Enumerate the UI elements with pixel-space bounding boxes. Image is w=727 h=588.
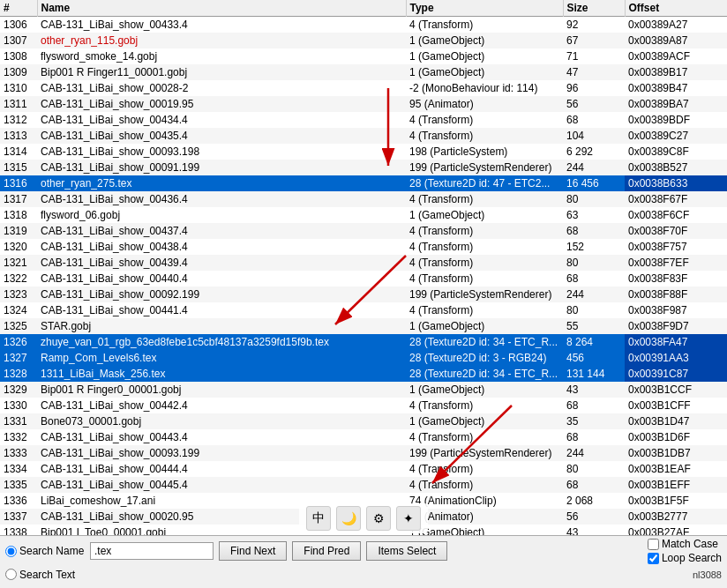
bottom-row-1: Search Name Find Next Find Pred Items Se… bbox=[5, 540, 722, 562]
table-row[interactable]: 1327Ramp_Com_Levels6.tex28 (Texture2D id… bbox=[0, 350, 727, 366]
cell-offset: 0x0038F6CF bbox=[625, 207, 727, 223]
cell-offset: 0x0038F70F bbox=[625, 223, 727, 239]
table-row[interactable]: 1330CAB-131_LiBai_show_00442.44 (Transfo… bbox=[0, 398, 727, 413]
search-input[interactable] bbox=[90, 542, 214, 560]
find-pred-button[interactable]: Find Pred bbox=[292, 541, 361, 561]
cell-name: CAB-131_LiBai_show_00439.4 bbox=[37, 255, 406, 271]
toolbar-btn-gear[interactable]: ⚙ bbox=[366, 506, 391, 531]
cell-size: 244 bbox=[563, 287, 625, 302]
table-row[interactable]: 1320CAB-131_LiBai_show_00438.44 (Transfo… bbox=[0, 239, 727, 255]
search-name-radio-label[interactable]: Search Name bbox=[5, 545, 85, 557]
cell-type: 28 (Texture2D id: 3 - RGB24) bbox=[406, 350, 563, 366]
table-row[interactable]: 1329Bip001 R Finger0_00001.gobj1 (GameOb… bbox=[0, 382, 727, 398]
cell-size: 152 bbox=[563, 239, 625, 255]
search-name-radio[interactable] bbox=[5, 546, 17, 557]
cell-type: 1 (GameObject) bbox=[406, 207, 563, 223]
cell-size: 47 bbox=[563, 64, 625, 80]
items-select-button[interactable]: Items Select bbox=[366, 541, 447, 561]
cell-offset: 0x00389B17 bbox=[625, 64, 727, 80]
toolbar-btn-moon[interactable]: 🌙 bbox=[336, 506, 361, 531]
cell-name: other_ryan_115.gobj bbox=[37, 33, 406, 48]
search-text-radio[interactable] bbox=[5, 569, 17, 580]
table-row[interactable]: 1313CAB-131_LiBai_show_00435.44 (Transfo… bbox=[0, 128, 727, 144]
cell-type: 74 (AnimationClip) bbox=[406, 493, 563, 509]
toolbar-btn-star[interactable]: ✦ bbox=[396, 506, 421, 531]
cell-type: 1 (GameObject) bbox=[406, 64, 563, 80]
loop-search-label[interactable]: Loop Search bbox=[648, 552, 722, 564]
table-row[interactable]: 1307other_ryan_115.gobj1 (GameObject)670… bbox=[0, 33, 727, 48]
cell-name: CAB-131_LiBai_show_00019.95 bbox=[37, 96, 406, 112]
cell-name: zhuye_van_01_rgb_63ed8febe1c5cbf48137a32… bbox=[37, 334, 406, 350]
toolbar-btn-chinese[interactable]: 中 bbox=[306, 506, 331, 531]
table-row[interactable]: 1312CAB-131_LiBai_show_00434.44 (Transfo… bbox=[0, 112, 727, 128]
match-case-label[interactable]: Match Case bbox=[648, 538, 718, 550]
table-row[interactable]: 1315CAB-131_LiBai_show_00091.199199 (Par… bbox=[0, 160, 727, 175]
cell-type: 4 (Transform) bbox=[406, 239, 563, 255]
cell-type: 199 (ParticleSystemRenderer) bbox=[406, 445, 563, 461]
cell-type: 28 (Texture2D id: 47 - ETC2... bbox=[406, 175, 563, 191]
match-case-text: Match Case bbox=[662, 538, 718, 550]
cell-name: flysword_smoke_14.gobj bbox=[37, 48, 406, 64]
data-table: # Name Type Size Offset 1306CAB-131_LiBa… bbox=[0, 0, 727, 535]
cell-size: 43 bbox=[563, 382, 625, 398]
cell-offset: 0x0038F9D7 bbox=[625, 318, 727, 334]
cell-offset: 0x003B1EAF bbox=[625, 461, 727, 477]
cell-offset: 0x003B1D6F bbox=[625, 429, 727, 445]
table-row[interactable]: 1317CAB-131_LiBai_show_00436.44 (Transfo… bbox=[0, 191, 727, 207]
cell-size: 131 144 bbox=[563, 366, 625, 382]
cell-name: CAB-131_LiBai_show_00445.4 bbox=[37, 477, 406, 493]
cell-name: CAB-131_LiBai_show_00091.199 bbox=[37, 160, 406, 175]
col-header-type[interactable]: Type bbox=[406, 0, 563, 17]
loop-search-checkbox[interactable] bbox=[648, 553, 659, 564]
cell-size: 63 bbox=[563, 207, 625, 223]
cell-size: 68 bbox=[563, 398, 625, 413]
cell-size: 56 bbox=[563, 509, 625, 525]
cell-num: 1328 bbox=[0, 366, 37, 382]
table-wrapper[interactable]: # Name Type Size Offset 1306CAB-131_LiBa… bbox=[0, 0, 727, 535]
cell-type: 1 (GameObject) bbox=[406, 318, 563, 334]
table-row[interactable]: 1319CAB-131_LiBai_show_00437.44 (Transfo… bbox=[0, 223, 727, 239]
cell-size: 68 bbox=[563, 112, 625, 128]
table-row[interactable]: 1309Bip001 R Finger11_00001.gobj1 (GameO… bbox=[0, 64, 727, 80]
table-row[interactable]: 1325STAR.gobj1 (GameObject)550x0038F9D7 bbox=[0, 318, 727, 334]
col-header-size[interactable]: Size bbox=[563, 0, 625, 17]
table-row[interactable]: 1314CAB-131_LiBai_show_00093.198198 (Par… bbox=[0, 144, 727, 160]
bottom-row-2: Search Text nl3088 bbox=[5, 564, 722, 584]
cell-num: 1308 bbox=[0, 48, 37, 64]
table-row[interactable]: 1316other_ryan_275.tex28 (Texture2D id: … bbox=[0, 175, 727, 191]
cell-name: CAB-131_LiBai_show_00028-2 bbox=[37, 80, 406, 96]
table-row[interactable]: 1332CAB-131_LiBai_show_00443.44 (Transfo… bbox=[0, 429, 727, 445]
table-row[interactable]: 1311CAB-131_LiBai_show_00019.9595 (Anima… bbox=[0, 96, 727, 112]
table-row[interactable]: 1318flysword_06.gobj1 (GameObject)630x00… bbox=[0, 207, 727, 223]
cell-offset: 0x00389A27 bbox=[625, 17, 727, 33]
cell-size: 6 292 bbox=[563, 144, 625, 160]
table-row[interactable]: 1321CAB-131_LiBai_show_00439.44 (Transfo… bbox=[0, 255, 727, 271]
table-row[interactable]: 1326zhuye_van_01_rgb_63ed8febe1c5cbf4813… bbox=[0, 334, 727, 350]
table-row[interactable]: 1308flysword_smoke_14.gobj1 (GameObject)… bbox=[0, 48, 727, 64]
cell-offset: 0x00389B47 bbox=[625, 80, 727, 96]
table-row[interactable]: 13281311_LiBai_Mask_256.tex28 (Texture2D… bbox=[0, 366, 727, 382]
col-header-name[interactable]: Name bbox=[37, 0, 406, 17]
table-row[interactable]: 1306CAB-131_LiBai_show_00433.44 (Transfo… bbox=[0, 17, 727, 33]
cell-size: 80 bbox=[563, 302, 625, 318]
table-row[interactable]: 1310CAB-131_LiBai_show_00028-2-2 (MonoBe… bbox=[0, 80, 727, 96]
cell-name: CAB-131_LiBai_show_00093.199 bbox=[37, 445, 406, 461]
table-row[interactable]: 1322CAB-131_LiBai_show_00440.44 (Transfo… bbox=[0, 271, 727, 287]
cell-size: 55 bbox=[563, 318, 625, 334]
cell-num: 1306 bbox=[0, 17, 37, 33]
match-case-checkbox[interactable] bbox=[648, 539, 659, 550]
table-row[interactable]: 1333CAB-131_LiBai_show_00093.199199 (Par… bbox=[0, 445, 727, 461]
table-row[interactable]: 1334CAB-131_LiBai_show_00444.44 (Transfo… bbox=[0, 461, 727, 477]
table-row[interactable]: 1335CAB-131_LiBai_show_00445.44 (Transfo… bbox=[0, 477, 727, 493]
find-next-button[interactable]: Find Next bbox=[219, 541, 287, 561]
cell-offset: 0x0038F987 bbox=[625, 302, 727, 318]
search-text-radio-label[interactable]: Search Text bbox=[5, 569, 85, 581]
table-row[interactable]: 1324CAB-131_LiBai_show_00441.44 (Transfo… bbox=[0, 302, 727, 318]
table-row[interactable]: 1323CAB-131_LiBai_show_00092.199199 (Par… bbox=[0, 287, 727, 302]
cell-num: 1323 bbox=[0, 287, 37, 302]
cell-num: 1312 bbox=[0, 112, 37, 128]
col-header-offset[interactable]: Offset bbox=[625, 0, 727, 17]
cell-size: 71 bbox=[563, 48, 625, 64]
col-header-num[interactable]: # bbox=[0, 0, 37, 17]
table-row[interactable]: 1331Bone073_00001.gobj1 (GameObject)350x… bbox=[0, 413, 727, 429]
